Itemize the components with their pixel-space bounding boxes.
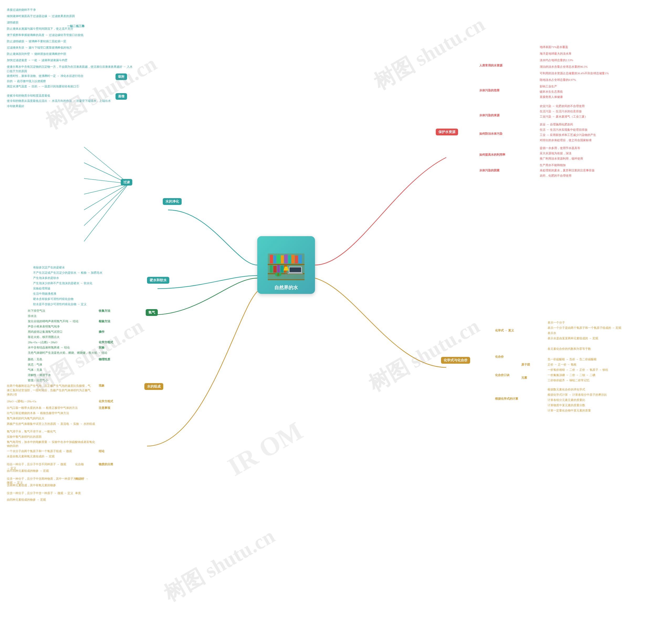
node-filter-2: 倾倒液体时液面高于过滤器边缘 → 过滤效果差的原因 <box>5 14 76 19</box>
node-hw-2: 海洋是地球最大的淡水库 <box>538 51 573 56</box>
node-element-label: 单质 <box>73 491 83 496</box>
center-node: 自然界的水 <box>257 236 315 294</box>
node-fac-2: 未处理前的废水，废弃和注浆的注意事排放 <box>538 168 596 173</box>
node-val-mnemonic: 化合价口诀 <box>494 373 511 378</box>
node-imp-1: 提倡一水多用，使用节水器具等 <box>538 146 582 151</box>
node-hs-8: 软水是不含较少可溶性钙镁化合物 → 定义 <box>31 302 88 307</box>
node-elem-2: 三价铁价硫齐 → 铜铅二价常记忆 <box>546 378 591 383</box>
node-filter-8: 防止液体跌到外壁 → 烧杯摆放在玻璃棒的中部 <box>5 52 68 56</box>
svg-rect-15 <box>288 255 291 263</box>
ir-om-text: IR OM <box>223 416 308 482</box>
node-factor-label: 水体污染的因素 <box>478 168 501 173</box>
node-filter-10: 使液分离水中含有沉淀物的沉淀物一方，不会因为在活液表面越，使活液往后液体效果越好… <box>5 64 137 74</box>
node-filter-6: 防止滤纸破损 → 玻璃棒不要轻插三层处插一层 <box>5 39 68 44</box>
label-protect-water: 保护水资源 <box>436 129 458 135</box>
node-filter-5: 便于观察和掌握玻璃棒的高度 → 过滤边缘轻导管接口比较低 <box>5 32 85 38</box>
node-oxide-def2: 含两种元素组成，其中有氧元素的物参 <box>5 483 57 488</box>
label-distillation: 蒸馏 <box>115 93 127 100</box>
node-distil-3: 冷却效果最好 <box>5 104 26 108</box>
node-h2-collect: 收集方法 <box>97 308 112 313</box>
node-wc-n4: 两极产生的气体都集中试管上方的原因 → 直流电 → 实验 → 水的组成 <box>5 421 97 427</box>
svg-rect-22 <box>280 265 284 273</box>
node-src-2: 生活污染 → 生活污水的任意排放 <box>538 109 583 114</box>
svg-rect-26 <box>287 273 303 274</box>
node-filter-7: 过滤液体失误 → 漏斗下端管口紧靠玻璃棒低的地方 <box>5 45 73 50</box>
node-wc-concl-label: 结论 <box>97 449 106 454</box>
svg-rect-25 <box>289 267 301 272</box>
node-imp-3: 推广利用淡水资源利用，循环使用 <box>538 156 585 161</box>
node-h2-p2: 状态：气体 <box>26 362 44 367</box>
node-cm-3: 表示水 <box>546 331 558 336</box>
node-h2-exp2: 无色气体烧时产生淡蓝色火焰，燃烧、燃烧健、有火焰 → 结论 <box>26 350 109 355</box>
node-wc-concl1: 一个水分子由两个氢原子和一个氧原子组成 → 微观 <box>5 449 73 454</box>
node-hs-3: 产生泡沫多的是软水 <box>31 276 61 280</box>
node-cm-2: 表示一个分子是由两个氢原子和一个氧原子组成的 → 宏观 <box>546 325 623 330</box>
node-source-label: 水体污染的来源 <box>478 113 501 118</box>
node-wc-n7: 氢气电导性，加水中的电解质量 → 实验中在水中加硫酸钠或者富氧化钠的目的 <box>5 439 97 449</box>
node-hs-4: 产生泡沫少的和不产生泡沫的是硬水 → 软水化 <box>31 281 94 286</box>
node-harm-1: 影响工业生产 <box>538 84 559 89</box>
node-calc-4: 计算物质中某元素的质量分数 <box>546 403 587 408</box>
center-title: 自然界的水 <box>274 285 298 291</box>
node-hs-2: 不产生沉淀或产生沉淀少的是软水 → 检验 → 加肥皂水 <box>31 270 104 275</box>
node-calc-3: 计算各组分元素元素的质量比 <box>546 397 587 403</box>
node-src-3: 工业污染 → 废水废渣气（工业三废） <box>538 114 589 119</box>
node-imp-2: 采大水源地为依据，深淡 <box>538 151 573 156</box>
node-calc-1: 根据数元素化合价的求化学式 <box>546 387 587 392</box>
svg-rect-19 <box>270 265 273 273</box>
bookshelf-svg <box>265 248 307 282</box>
node-filter-9: 加快过滤进速度 → 一处 → 滤液和滤液漏斗内壁 <box>5 58 69 63</box>
node-wc-n5: 氢气溶于水，氢气不溶于水，一般化气 <box>5 429 57 434</box>
label-hydrogen: 氢气 <box>146 309 158 316</box>
node-h2-exp: 实验 <box>97 345 106 350</box>
svg-rect-28 <box>277 273 279 276</box>
node-h2-c2: 排水法 <box>26 314 38 319</box>
node-hw-4: 湖泊的淡水含量占全球总水量的96.5% <box>538 64 589 69</box>
node-valence-label: 化合价 <box>494 354 505 359</box>
node-hw-5: 可利用的淡水资源占总储量的30.4%不到全球总储量1% <box>538 71 610 76</box>
node-fac-3: 农药，化肥的不合理使用 <box>538 173 573 178</box>
node-h2-op1: 用鸡皮纸让集满氢气试管口 <box>26 329 64 334</box>
node-hw-6: 陆地淡水占全球总量的0.97% <box>538 77 577 83</box>
node-harm-2: 破坏水生生态系统 <box>538 89 564 94</box>
node-h2-op: 操作 <box>97 329 106 334</box>
node-radical-1: 负一价硫酸根 → 负价 → 负二价碳酸根 <box>546 357 598 362</box>
node-element-def2: 由同种元素组成的物参 → 宏观 <box>5 497 47 502</box>
node-element-def1: 仅含一种分子，且分子中含一种原子 → 微观 → 定义 <box>5 491 75 496</box>
node-calc-5: 计算一定量化合物中某元素的质量 <box>546 408 592 413</box>
node-radical-2: 正价 → 正一价 → 氢根 <box>546 362 578 367</box>
node-improve-label: 如何提高水的利用率 <box>478 152 507 157</box>
node-filter-1: 承接过滤的烧杯不干净 <box>5 8 37 12</box>
node-h2-phys-label: 物理性质 <box>97 357 112 362</box>
node-radical-3: 一价氢价相错 → 二价 → 正价 → 氢原子 → 铁柱 <box>546 367 610 372</box>
label-water-purification: 水的净化 <box>163 198 182 205</box>
svg-rect-16 <box>291 255 295 263</box>
node-h2-eq: 化学方程式 <box>97 340 115 345</box>
node-hs-7: 硬水含有较多可溶性钙镁化合物 <box>31 296 75 302</box>
svg-rect-17 <box>295 256 298 263</box>
watermark-5: 树图 shutu.cn <box>159 522 280 608</box>
node-wc-eq1: 2H₂O→(通电)→2H₂+O₂ <box>5 399 38 404</box>
svg-line-4 <box>84 184 129 210</box>
node-elem-1: 一价氟氯溴碘 → 二价 → 二钡 → 二碘 <box>546 373 597 378</box>
node-h2-eq1: 2H₂+O₂→(点燃)→2H₂O <box>26 340 59 345</box>
node-wc-eq: 化学方程式 <box>97 399 115 404</box>
node-chem-meaning-label: 化学式 → 意义 <box>494 328 516 333</box>
node-val-rule: 各元素化合价的代数和为零等于数 <box>546 346 592 351</box>
node-wc-phen-label: 现象 <box>97 383 106 388</box>
node-h2-check: 检验方法 <box>97 319 112 324</box>
node-prev-1: 农业 → 合理施用化肥农药 <box>538 122 575 127</box>
node-h2-p1: 颜色：无色 <box>26 357 44 362</box>
watermark-4: 树图 shutu.cn <box>363 312 485 398</box>
node-prev-4: 对排出的水体处理后，使之符合国家标准 <box>538 138 593 143</box>
node-h2-ch2: 声音小将来表明氢气纯净 <box>26 324 61 329</box>
svg-line-0 <box>84 147 129 184</box>
node-adsorption-3: 测定水沸气温度 → 目的 → 一温度计的泡要轻轻有效口① <box>5 84 81 89</box>
node-calc-2: 根据化学式计算 → 计算各组分中原子的摩尔比 <box>546 392 609 397</box>
node-hs-5: 实验处理用途 <box>31 286 52 291</box>
node-src-1: 农业污染 → 化肥农药的不合理使用 <box>538 104 586 108</box>
svg-rect-11 <box>273 256 276 263</box>
node-distil-2: 使冷却的物质从温度最低点流出 → 水流方向的作法 → 冷凝管下端流水，上端出水 <box>5 98 112 103</box>
node-calc-label: 根据化学式的计算 <box>494 396 520 401</box>
node-h2-ch1: 发出尖锐的哨鸣声表明氢气不纯 → 结论 <box>26 319 80 324</box>
